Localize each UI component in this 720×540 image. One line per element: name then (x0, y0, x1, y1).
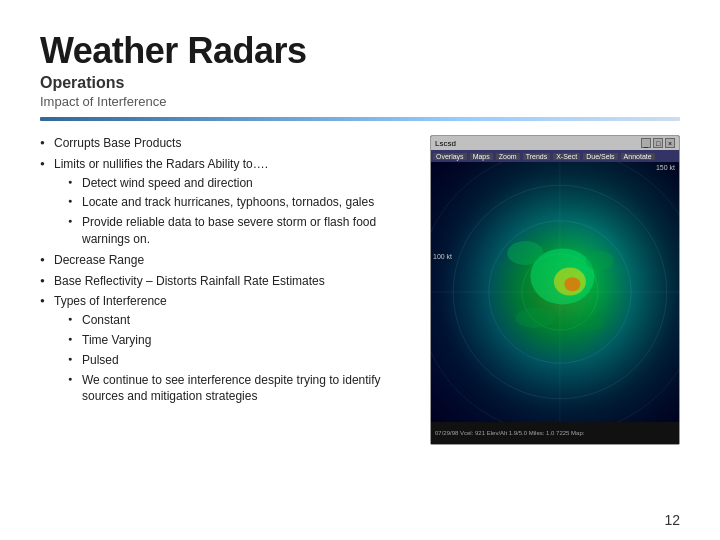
radar-label-top: 150 kt (656, 164, 675, 171)
slide: Weather Radars Operations Impact of Inte… (0, 0, 720, 540)
svg-point-11 (515, 308, 555, 328)
subtitle: Operations (40, 74, 680, 92)
svg-point-9 (507, 241, 543, 265)
sub-list-item-5-1: Constant (68, 312, 410, 329)
text-column: Corrupts Base Products Limits or nullifi… (40, 135, 410, 445)
radar-label-left: 100 kt (433, 253, 452, 260)
svg-point-8 (564, 277, 580, 291)
radar-status-text: 07/29/98 Vcel: 921 Elev/Alt 1.9/5.0 Mile… (435, 430, 584, 436)
sub-list-5: Constant Time Varying Pulsed We continue… (54, 312, 410, 405)
radar-title-text: Lscsd (435, 139, 456, 148)
svg-point-12 (580, 315, 604, 331)
sub-list-item-5-4: We continue to see interference despite … (68, 372, 410, 406)
radar-menu-maps[interactable]: Maps (470, 153, 493, 160)
sub-list-item-5-2: Time Varying (68, 332, 410, 349)
radar-content: 150 kt 100 kt (431, 162, 679, 422)
radar-minimize-btn[interactable]: _ (641, 138, 651, 148)
radar-menu-xsect[interactable]: X-Sect (553, 153, 580, 160)
list-item-1: Corrupts Base Products (40, 135, 410, 152)
svg-point-10 (586, 251, 614, 271)
list-item-5: Types of Interference Constant Time Vary… (40, 293, 410, 405)
image-column: Lscsd _ □ × Overlays Maps Zoom Trends X-… (430, 135, 680, 445)
page-title: Weather Radars (40, 30, 680, 72)
radar-status-bar: 07/29/98 Vcel: 921 Elev/Alt 1.9/5.0 Mile… (431, 422, 679, 444)
content-area: Corrupts Base Products Limits or nullifi… (40, 135, 680, 445)
sub-list-item-5-3: Pulsed (68, 352, 410, 369)
list-item-4: Base Reflectivity – Distorts Rainfall Ra… (40, 273, 410, 290)
radar-menubar: Overlays Maps Zoom Trends X-Sect Due/Sel… (431, 150, 679, 162)
radar-titlebar: Lscsd _ □ × (431, 136, 679, 150)
sub-list-item-2-2: Locate and track hurricanes, typhoons, t… (68, 194, 410, 211)
list-item-2: Limits or nullifies the Radars Ability t… (40, 156, 410, 248)
list-item-3: Decrease Range (40, 252, 410, 269)
radar-menu-zoom[interactable]: Zoom (496, 153, 520, 160)
radar-menu-trends[interactable]: Trends (523, 153, 551, 160)
radar-image: Lscsd _ □ × Overlays Maps Zoom Trends X-… (430, 135, 680, 445)
sub-list-item-2-3: Provide reliable data to base severe sto… (68, 214, 410, 248)
sub-list-item-2-1: Detect wind speed and direction (68, 175, 410, 192)
decorative-bar (40, 117, 680, 121)
radar-close-btn[interactable]: × (665, 138, 675, 148)
radar-maximize-btn[interactable]: □ (653, 138, 663, 148)
radar-menu-overlays[interactable]: Overlays (433, 153, 467, 160)
radar-menu-annotate[interactable]: Annotate (621, 153, 655, 160)
radar-rings-svg (431, 162, 679, 422)
page-number: 12 (664, 512, 680, 528)
radar-menu-duesels[interactable]: Due/Sels (583, 153, 617, 160)
sub-subtitle: Impact of Interference (40, 94, 680, 109)
radar-window-controls: _ □ × (641, 138, 675, 148)
main-list: Corrupts Base Products Limits or nullifi… (40, 135, 410, 405)
sub-list-2: Detect wind speed and direction Locate a… (54, 175, 410, 248)
